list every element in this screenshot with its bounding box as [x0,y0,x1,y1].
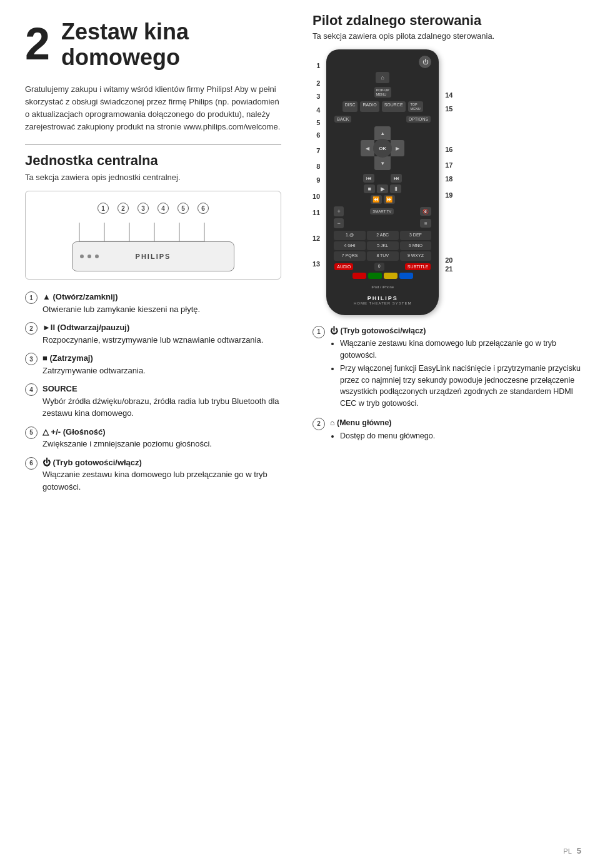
num-1-button[interactable]: 1.@ [334,231,366,240]
stop-button[interactable]: ■ [364,184,375,193]
num-9-button[interactable]: 9 WXYZ [400,251,432,260]
feature-title-3: ■ (Zatrzymaj) [42,353,93,363]
dpad-down[interactable]: ▼ [374,156,391,170]
num-7-button[interactable]: 7 PQRS [334,251,366,260]
right-section-subtext: Ta sekcja zawiera opis pilota zdalnego s… [312,31,588,41]
dpad-ok[interactable]: OK [373,139,392,158]
left-section-subtext: Ta sekcja zawiera opis jednostki central… [25,173,281,182]
left-column: 2 Zestaw kinadomowego Gratulujemy zakupu… [0,0,300,868]
power-row: ⏻ [334,56,431,68]
dpad: ▲ ▼ ◀ ▶ OK [361,126,404,170]
green-button[interactable] [368,273,382,279]
feature-num-1: 1 [25,291,38,304]
transport-row-2: ■ ▶ ⏸ [334,184,431,193]
audio-button[interactable]: AUDIO [334,263,353,270]
disc-button[interactable]: DISC [342,101,358,112]
power-button[interactable]: ⏻ [419,56,431,68]
feature-title-6: ⏻ (Tryb gotowości/włącz) [42,458,142,467]
right-section-heading: Pilot zdalnego sterowania [312,13,588,29]
source-button[interactable]: SOURCE [382,101,406,112]
right-desc-list: 1 ⏻ (Tryb gotowości/włącz) Włączanie zes… [312,325,588,443]
feature-text-1: ▲ (Otwórz/zamknij) Otwieranie lub zamyka… [42,291,281,315]
numpad: 1.@ 2 ABC 3 DEF 4 GHI 5 JKL 6 MNO 7 PQRS… [334,231,431,260]
feature-item-3: 3 ■ (Zatrzymaj) Zatrzymywanie odtwarzani… [25,352,281,376]
right-bullet-list-1: Włączanie zestawu kina domowego lub prze… [330,338,588,410]
r-label-17: 17 [445,158,452,172]
num-5-button[interactable]: 5 JKL [367,241,399,250]
dpad-up[interactable]: ▲ [374,126,391,140]
page-number: 5 [577,846,581,855]
blue-button[interactable] [399,273,413,279]
left-labels: 1 2 3 4 5 6 7 8 9 10 11 12 13 [312,49,320,315]
dpad-right[interactable]: ▶ [391,140,404,156]
remote-control: ⏻ ⌂ POP-UPMENU DISC RADIO SOURCE TOPMENU [326,49,439,315]
device-illustration: 1 2 3 4 5 6 [25,191,281,280]
label-12: 12 [312,220,320,257]
vol-up-button[interactable]: + [334,206,344,216]
dot-1 [80,255,84,258]
label-3: 3 [316,89,320,103]
num-2-button[interactable]: 2 ABC [367,231,399,240]
popup-menu-button[interactable]: POP-UPMENU [374,87,391,98]
right-bullet-list-2: Dostęp do menu głównego. [330,430,588,442]
home-button[interactable]: ⌂ [376,72,389,83]
play-button[interactable]: ▶ [377,184,388,193]
options-button[interactable]: OPTIONS [406,116,431,123]
num-3-button[interactable]: 3 DEF [400,231,432,240]
label-6: 6 [316,128,320,142]
right-desc-num-1: 1 [312,326,325,338]
top-menu-button[interactable]: TOPMENU [408,101,423,112]
mute-button[interactable]: 🔇 [420,207,431,216]
eq-button[interactable]: ≡ [420,219,431,228]
vol-down-button[interactable]: − [334,218,344,228]
feature-item-1: 1 ▲ (Otwórz/zamknij) Otwieranie lub zamy… [25,291,281,315]
page-footer: PL 5 [563,846,581,855]
num-6-button[interactable]: 6 MNO [400,241,432,250]
label-5: 5 [316,117,320,128]
feature-num-5: 5 [25,426,38,439]
label-8: 8 [316,159,320,173]
pause-button[interactable]: ⏸ [390,184,401,193]
feature-text-2: ►II (Odtwarzaj/pauzuj) Rozpoczynanie, ws… [42,321,281,346]
dpad-area: ▲ ▼ ◀ ▶ OK [334,126,431,170]
num-4-button[interactable]: 4 GHI [334,241,366,250]
device-brand: PHILIPS [136,253,171,260]
remote-brand-sub: HOME THEATER SYSTEM [334,301,431,305]
device-number-row: 1 2 3 4 5 6 [33,203,273,214]
num-0-button[interactable]: 0 [374,263,384,271]
source-buttons-row: DISC RADIO SOURCE TOPMENU [334,101,431,113]
r-label-14: 14 [445,88,452,102]
spacer2 [376,174,389,183]
label-4: 4 [316,103,320,117]
smart-tv-button[interactable]: SMART TV [370,208,394,214]
device-num-5: 5 [178,203,189,214]
back-button[interactable]: BACK [334,116,351,123]
dpad-left[interactable]: ◀ [361,140,374,156]
color-buttons [334,273,431,279]
r-label-20: 20 [445,256,452,265]
radio-button[interactable]: RADIO [360,101,379,112]
source-row: POP-UPMENU [334,86,431,98]
section-divider [25,144,281,145]
red-button[interactable] [352,273,366,279]
subtitle-button[interactable]: SUBTITLE [405,263,431,270]
device-num-2: 2 [118,203,129,214]
rewind-button[interactable]: ⏪ [371,195,382,204]
prev-button[interactable]: ⏮ [363,174,374,183]
label-7: 7 [316,142,320,159]
feature-title-4: SOURCE [42,384,78,393]
yellow-button[interactable] [384,273,398,279]
next-button[interactable]: ⏭ [391,174,402,183]
right-column: Pilot zdalnego sterowania Ta sekcja zawi… [300,0,600,868]
feature-text-4: SOURCE Wybór źródła dźwięku/obrazu, źród… [42,383,281,420]
feature-num-6: 6 [25,457,38,470]
device-num-1: 1 [98,203,109,214]
fastforward-button[interactable]: ⏩ [384,195,395,204]
feature-desc-1: Otwieranie lub zamykanie kieszeni na pły… [42,305,200,314]
right-desc-text-2: ⌂ (Menu główne) Dostęp do menu głównego. [330,417,588,443]
vol-controls: + [334,206,344,216]
feature-desc-6: Włączanie zestawu kina domowego lub prze… [42,470,268,492]
num-8-button[interactable]: 8 TUV [367,251,399,260]
feature-title-5: △ +/- (Głośność) [42,427,106,437]
r-label-19: 19 [445,186,452,204]
